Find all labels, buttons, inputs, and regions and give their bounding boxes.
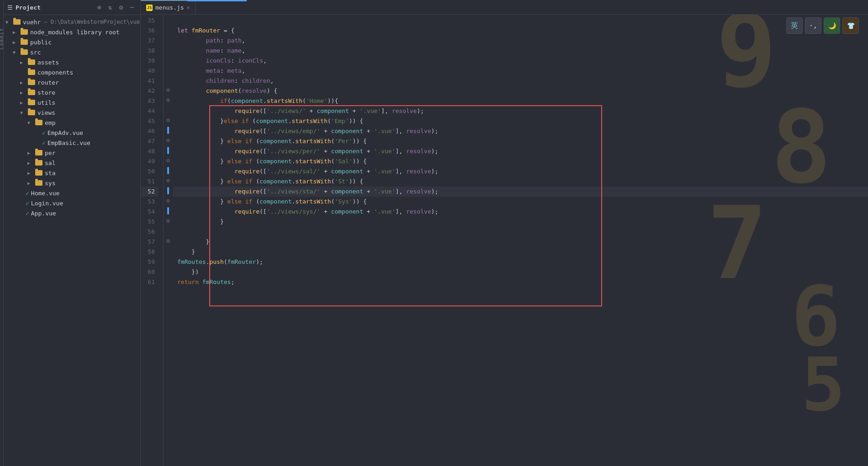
code-line-55: } — [173, 217, 868, 227]
folder-icon — [35, 160, 43, 166]
code-line-35 — [173, 16, 868, 26]
tree-store[interactable]: ▶ store — [4, 87, 140, 97]
line-num-51: 51 — [141, 177, 159, 187]
chinese-input-btn[interactable]: 英 — [786, 17, 803, 34]
gutter-52 — [164, 186, 173, 196]
commit-label: Commit — [0, 27, 4, 49]
line-num-45: 45 — [141, 116, 159, 126]
close-sidebar-btn[interactable]: ─ — [127, 3, 137, 12]
gutter-54 — [164, 206, 173, 216]
token: ([ — [259, 207, 267, 217]
token: require — [234, 207, 259, 217]
sal-label: sal — [45, 160, 55, 166]
tree-utils[interactable]: ▶ utils — [4, 97, 140, 107]
token: resolve — [406, 126, 431, 136]
gutter-41 — [164, 75, 173, 85]
scope-btn[interactable]: ⊕ — [95, 3, 104, 12]
tree-router[interactable]: ▶ router — [4, 77, 140, 87]
change-indicator — [167, 127, 169, 134]
tree-components[interactable]: components — [4, 67, 140, 77]
token: ( — [252, 136, 259, 146]
folder-icon — [35, 170, 43, 176]
src-label: src — [30, 49, 41, 56]
top-right-toolbar: 英 ·, 🌙 👕 — [786, 17, 859, 34]
line-num-38: 38 — [141, 46, 159, 56]
token: '.vue' — [374, 126, 396, 136]
tree-src[interactable]: ▼ src — [4, 47, 140, 57]
utils-label: utils — [37, 99, 55, 106]
token: component — [206, 86, 238, 96]
tree-root-project[interactable]: ▼ vuehr – D:\Data\WebstormProject\vuehr — [4, 17, 140, 27]
token: '.vue' — [374, 146, 396, 156]
gutter-36 — [164, 25, 173, 35]
tree-home-vue[interactable]: ✓ Home.vue — [4, 188, 140, 198]
tree-app-vue[interactable]: ✓ App.vue — [4, 208, 140, 218]
code-line-61: return fmRoutes; — [173, 277, 868, 287]
sidebar: ☰ Project ⊕ ⇅ ⚙ ─ ▼ vuehr – D:\Data\Webs… — [4, 0, 141, 466]
folder-icon — [27, 69, 36, 75]
tree-sta[interactable]: ▶ sta — [4, 168, 140, 178]
sys-label: sys — [45, 180, 55, 187]
token: + — [306, 106, 317, 116]
sidebar-title: Project — [16, 4, 92, 11]
token: , — [263, 56, 267, 66]
chevron-right-icon: ▶ — [13, 40, 20, 45]
gutter-37 — [164, 35, 173, 45]
chevron-down-icon: ▼ — [20, 110, 27, 115]
token: 'Emp' — [331, 116, 349, 126]
token: path — [206, 36, 220, 46]
tree-sal[interactable]: ▶ sal — [4, 158, 140, 168]
folder-icon — [13, 19, 21, 25]
folder-open-icon — [35, 119, 43, 126]
code-line-37: path: path, — [173, 36, 868, 46]
views-label: views — [37, 109, 55, 116]
token: component — [331, 166, 363, 177]
tree-empadv[interactable]: ✓ EmpAdv.vue — [4, 128, 140, 138]
line-num-42: 42 — [141, 86, 159, 96]
dark-mode-btn[interactable]: 🌙 — [824, 17, 840, 34]
tree-login-vue[interactable]: ✓ Login.vue — [4, 198, 140, 208]
tree-emp[interactable]: ▼ emp — [4, 118, 140, 128]
expand-btn[interactable]: ⇅ — [106, 3, 115, 12]
tree-views[interactable]: ▼ views — [4, 107, 140, 118]
line-num-41: 41 — [141, 76, 159, 86]
token: '../views/sal/' — [267, 166, 320, 177]
theme-btn[interactable]: 👕 — [842, 17, 859, 34]
token: name — [228, 46, 242, 56]
bookmark-icon — [166, 139, 170, 142]
settings-btn[interactable]: ⚙ — [116, 3, 126, 12]
line-num-55: 55 — [141, 217, 159, 227]
token: iconCls — [238, 56, 263, 66]
tree-per[interactable]: ▶ per — [4, 148, 140, 158]
tree-sys[interactable]: ▶ sys — [4, 178, 140, 188]
vue-check-icon: ✓ — [26, 210, 29, 217]
token: return — [177, 277, 202, 287]
token: startsWith — [291, 116, 327, 126]
code-editor[interactable]: let fmRouter = { path: path, name: name,… — [173, 15, 868, 466]
token — [177, 56, 206, 66]
tree-public[interactable]: ▶ public — [4, 37, 140, 47]
token: + — [363, 187, 374, 197]
tree-assets[interactable]: ▶ assets — [4, 57, 140, 67]
token: . — [288, 116, 292, 126]
tree-node-modules[interactable]: ▶ node_modules library root — [4, 27, 140, 37]
tab-close-btn[interactable]: ✕ — [187, 5, 190, 11]
code-line-42: component(resolve) { — [173, 86, 868, 96]
token: ); — [431, 166, 439, 177]
home-vue-label: Home.vue — [31, 190, 60, 197]
line-num-61: 61 — [141, 277, 159, 287]
tab-menus-js[interactable]: JS menus.js ✕ — [141, 0, 196, 14]
sta-label: sta — [45, 170, 55, 177]
token: ); — [431, 146, 439, 156]
token: } — [177, 136, 228, 146]
token — [177, 187, 234, 197]
tree-empbasic[interactable]: ✓ EmpBasic.vue — [4, 138, 140, 148]
punctuation-btn[interactable]: ·, — [805, 17, 821, 34]
token: } — [177, 217, 224, 227]
token: resolve — [406, 207, 431, 217]
change-indicator — [167, 147, 169, 154]
token: : — [220, 46, 228, 56]
token: component — [259, 156, 291, 166]
token: ( — [302, 96, 306, 106]
token: + — [320, 207, 331, 217]
